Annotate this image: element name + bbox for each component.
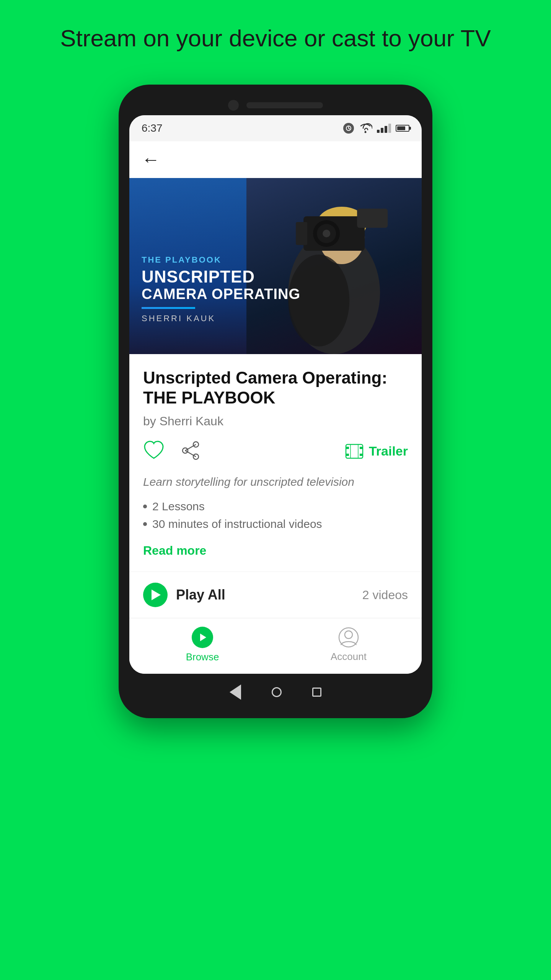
bottom-nav: Browse Account [129, 618, 422, 674]
system-home-button[interactable] [272, 687, 282, 697]
svg-marker-24 [200, 634, 206, 641]
play-circle [143, 583, 168, 607]
heart-icon [143, 441, 165, 461]
phone-frame: 6:37 [119, 85, 432, 719]
course-thumbnail: THE PLAYBOOK UNSCRIPTED CAMERA OPERATING… [129, 178, 422, 354]
heart-button[interactable] [143, 441, 165, 462]
status-time: 6:37 [142, 122, 163, 134]
bullet-dot-2 [143, 522, 147, 526]
nav-browse[interactable]: Browse [129, 627, 276, 663]
system-back-button[interactable] [230, 684, 241, 700]
account-label: Account [331, 651, 367, 663]
course-title: Unscripted Camera Operating: THE PLAYBOO… [143, 368, 408, 408]
thumbnail-divider [142, 307, 195, 309]
svg-point-1 [365, 131, 367, 133]
bullet-minutes: 30 minutes of instructional videos [143, 515, 408, 533]
read-more-button[interactable]: Read more [143, 544, 206, 558]
account-icon [338, 627, 359, 648]
svg-rect-18 [346, 447, 349, 449]
action-row: Trailer [143, 441, 408, 462]
nav-account[interactable]: Account [276, 627, 422, 663]
browse-play-icon [196, 631, 209, 644]
back-button[interactable]: ← [142, 150, 160, 169]
svg-point-26 [345, 631, 352, 639]
film-icon [345, 444, 364, 459]
phone-screen: 6:37 [129, 115, 422, 674]
play-all-button[interactable]: Play All [143, 583, 225, 607]
wifi-icon [359, 123, 372, 134]
svg-line-15 [185, 444, 196, 451]
svg-rect-6 [296, 222, 307, 245]
speaker-grille [246, 102, 323, 108]
camera-circle [228, 100, 239, 111]
svg-rect-7 [357, 209, 388, 228]
system-recents-button[interactable] [312, 688, 321, 697]
svg-line-16 [185, 451, 196, 457]
app-content: ← [129, 141, 422, 674]
phone-notch [129, 100, 422, 111]
trailer-label: Trailer [369, 444, 408, 459]
battery-icon [396, 125, 409, 132]
svg-rect-21 [360, 454, 363, 456]
svg-rect-17 [346, 444, 363, 458]
thumbnail-text: THE PLAYBOOK UNSCRIPTED CAMERA OPERATING… [142, 255, 300, 323]
svg-point-10 [323, 230, 330, 237]
course-author: by Sherri Kauk [143, 414, 408, 428]
app-status-icon [343, 123, 354, 134]
play-all-label: Play All [176, 587, 225, 603]
bullet-dot-1 [143, 505, 147, 508]
share-icon [180, 441, 201, 461]
bullet-lessons: 2 Lessons [143, 498, 408, 515]
signal-icon [377, 124, 391, 133]
browse-icon [192, 627, 213, 648]
status-bar: 6:37 [129, 115, 422, 141]
svg-rect-19 [360, 447, 363, 449]
thumbnail-author: SHERRI KAUK [142, 314, 300, 323]
play-all-row: Play All 2 videos [129, 572, 422, 618]
course-details: Unscripted Camera Operating: THE PLAYBOO… [129, 354, 422, 572]
bullet-lessons-text: 2 Lessons [152, 500, 205, 513]
thumbnail-title-sub: CAMERA OPERATING [142, 286, 300, 302]
page-tagline: Stream on your device or cast to your TV [37, 23, 514, 54]
trailer-button[interactable]: Trailer [345, 444, 408, 459]
phone-nav-bar [129, 674, 422, 707]
thumbnail-subtitle: THE PLAYBOOK [142, 255, 300, 265]
course-bullets: 2 Lessons 30 minutes of instructional vi… [143, 498, 408, 533]
share-button[interactable] [180, 441, 201, 462]
videos-count: 2 videos [362, 588, 408, 602]
app-header: ← [129, 141, 422, 178]
thumbnail-title-main: UNSCRIPTED [142, 268, 300, 286]
svg-rect-20 [346, 454, 349, 456]
status-icons [343, 123, 409, 134]
browse-label: Browse [186, 651, 219, 663]
bullet-minutes-text: 30 minutes of instructional videos [152, 518, 322, 531]
course-description: Learn storytelling for unscripted televi… [143, 475, 408, 488]
play-triangle-icon [152, 590, 161, 600]
